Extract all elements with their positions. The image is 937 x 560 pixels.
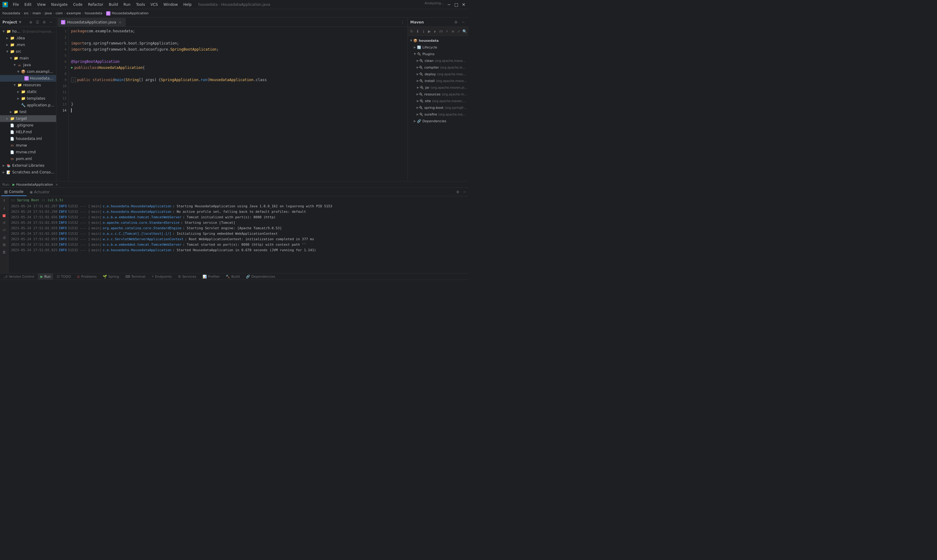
bottom-tab-build[interactable]: 🔨 Build (223, 274, 242, 280)
tree-item-housedataapp[interactable]: C HousedataApplication (0, 75, 56, 82)
tree-item-help-md[interactable]: 📄 HELP.md (0, 129, 56, 135)
tree-item-gitignore[interactable]: 📄 .gitignore (0, 122, 56, 129)
maven-execute[interactable]: ▶ (427, 28, 432, 35)
tree-item-templates[interactable]: ▶ 📁 templates (0, 95, 56, 102)
maven-search[interactable]: 🔍 (462, 28, 467, 35)
tree-item-resources[interactable]: ▼ 📁 resources (0, 82, 56, 88)
menu-navigate[interactable]: Navigate (49, 2, 70, 7)
hide-action[interactable]: ─ (48, 20, 54, 25)
print-tool[interactable]: 🖨 (1, 234, 8, 241)
maven-plugin-install[interactable]: ▶ 🔌 install (org.apache.maven.plugins:ma (408, 77, 468, 84)
breadcrumb-example[interactable]: example (66, 11, 81, 15)
scope-action[interactable]: ⊕ (28, 20, 34, 25)
scroll-up-tool[interactable]: ↑ (1, 197, 8, 204)
maven-plugin-jar[interactable]: ▶ 🔌 jar (org.apache.maven.plugins:ma (408, 84, 468, 91)
bottom-tab-endpoints[interactable]: ⚡ Endpoints (149, 274, 174, 280)
maven-hide[interactable]: ─ (461, 20, 466, 25)
scroll-down-tool[interactable]: ↓ (1, 205, 8, 212)
menu-file[interactable]: File (10, 2, 22, 7)
tree-item-ext-libs[interactable]: ▶ 📚 External Libraries (0, 162, 56, 169)
maven-plugin-compiler[interactable]: ▶ 🔌 compiler (org.apache.maven.plugins:m (408, 64, 468, 71)
maven-refresh[interactable]: ↻ (409, 28, 414, 35)
maven-run[interactable]: ⏵ (433, 28, 438, 35)
bottom-tab-dependencies[interactable]: 🔗 Dependencies (243, 274, 277, 280)
bottom-tab-profiler[interactable]: 📊 Profiler (200, 274, 222, 280)
run-close-button[interactable]: × (55, 183, 58, 186)
maven-profile[interactable]: m (438, 28, 444, 35)
breadcrumb-housedata2[interactable]: housedata (85, 11, 102, 15)
menu-window[interactable]: Window (161, 2, 180, 7)
breadcrumb-src[interactable]: src (24, 11, 29, 15)
tree-item-mvnw[interactable]: m mvnw (0, 142, 56, 149)
maven-plugin-site[interactable]: ▶ 🔌 site (org.apache.maven.plugins:mav (408, 98, 468, 104)
tree-item-housedata-iml[interactable]: 📄 housedata.iml (0, 135, 56, 142)
tree-item-mvn[interactable]: ▶ 📁 .mvn (0, 42, 56, 48)
filter-tool[interactable]: ⊞ (1, 242, 8, 248)
maven-skip[interactable]: ⚡ (444, 28, 450, 35)
menu-vcs[interactable]: VCS (148, 2, 160, 7)
clear-tool[interactable]: 🗑 (1, 249, 8, 255)
menu-code[interactable]: Code (71, 2, 85, 7)
stop-tool[interactable]: ■ (1, 212, 8, 219)
menu-refactor[interactable]: Refactor (85, 2, 106, 7)
tree-item-target[interactable]: ▶ 📁 target (0, 115, 56, 122)
menu-edit[interactable]: Edit (22, 2, 34, 7)
bottom-tab-run[interactable]: ▶ Run (38, 274, 53, 280)
maven-dependencies[interactable]: ▶ 🔗 Dependencies (408, 118, 468, 125)
code-editor[interactable]: 1 2 3 4 5 6 7 8 9 10 11 12 13 14 package… (56, 27, 407, 181)
rerun-tool[interactable]: ↺ (1, 220, 8, 226)
breadcrumb-main[interactable]: main (32, 11, 41, 15)
close-button[interactable]: ✕ (461, 2, 466, 7)
bottom-tab-terminal[interactable]: ⌨ Terminal (123, 274, 148, 280)
tree-item-idea[interactable]: ▶ 📁 .idea (0, 35, 56, 42)
layout-action[interactable]: ☰ (35, 20, 40, 25)
breadcrumb-com[interactable]: com (55, 11, 63, 15)
breadcrumb-class[interactable]: C HousedataApplication (106, 11, 148, 15)
editor-tab-housedataapp[interactable]: J HousedataApplication.java ✕ (58, 18, 126, 26)
menu-tools[interactable]: Tools (134, 2, 148, 7)
tree-item-pom-xml[interactable]: m pom.xml (0, 155, 56, 162)
tree-item-test[interactable]: ▶ 📁 test (0, 109, 56, 115)
tree-item-app-props[interactable]: 🔧 application.properties (0, 102, 56, 109)
console-hide[interactable]: ─ (462, 189, 467, 195)
console-settings[interactable]: ⚙ (455, 189, 461, 195)
console-tab-console[interactable]: ▤ Console (1, 188, 26, 196)
maven-collapse[interactable]: ⤢ (456, 28, 461, 35)
bottom-tab-services[interactable]: ⚙ Services (176, 274, 199, 280)
maven-root[interactable]: ▼ 📦 housedata (408, 37, 468, 44)
maximize-button[interactable]: □ (454, 2, 459, 7)
tab-more-button[interactable]: ⋮ (399, 18, 406, 26)
menu-build[interactable]: Build (106, 2, 120, 7)
tree-item-housedata[interactable]: ▼ 📁 housedata D:/project/myproject/proje… (0, 28, 56, 35)
minimize-button[interactable]: ─ (447, 2, 452, 7)
bottom-tab-version-control[interactable]: ⎇ Version Control (1, 274, 37, 280)
tree-item-static[interactable]: ▶ 📁 static (0, 88, 56, 95)
tab-close-button[interactable]: ✕ (118, 20, 122, 25)
breadcrumb-java[interactable]: java (45, 11, 52, 15)
maven-download[interactable]: ⬇ (415, 28, 420, 35)
tree-item-main[interactable]: ▼ 📁 main (0, 55, 56, 62)
breadcrumb-housedata[interactable]: housedata (2, 11, 20, 15)
code-content[interactable]: package com.example.housedata; import or… (69, 27, 407, 181)
menu-help[interactable]: Help (181, 2, 194, 7)
wrap-tool[interactable]: ⏎ (1, 227, 8, 234)
maven-download-src[interactable]: ↓ (421, 28, 426, 35)
menu-run[interactable]: Run (121, 2, 133, 7)
menu-view[interactable]: View (34, 2, 48, 7)
tree-item-mvnw-cmd[interactable]: 📄 mvnw.cmd (0, 149, 56, 155)
maven-plugins[interactable]: ▼ 🔌 Plugins (408, 51, 468, 57)
maven-plugin-spring-boot[interactable]: ▶ 🔌 spring-boot (org.springframework.boo (408, 104, 468, 111)
bottom-tab-spring[interactable]: 🌱 Spring (100, 274, 122, 280)
tree-item-java[interactable]: ▼ ☕ java (0, 62, 56, 68)
maven-plugin-clean[interactable]: ▶ 🔌 clean (org.apache.maven.plugins:mave (408, 57, 468, 64)
maven-toggle[interactable]: ≡ (450, 28, 455, 35)
tree-item-scratches[interactable]: ▶ 📝 Scratches and Consoles (0, 169, 56, 175)
tree-item-src[interactable]: ▼ 📁 src (0, 48, 56, 55)
maven-lifecycle[interactable]: ▶ 🔄 Lifecycle (408, 44, 468, 51)
bottom-tab-problems[interactable]: ⚠ Problems (74, 274, 99, 280)
maven-settings[interactable]: ⚙ (453, 20, 459, 25)
maven-plugin-deploy[interactable]: ▶ 🔌 deploy (org.apache.maven.plugins:ma (408, 71, 468, 77)
bottom-tab-todo[interactable]: ☑ TODO (54, 274, 73, 280)
settings-action[interactable]: ⚙ (42, 20, 47, 25)
console-tab-actuator[interactable]: ◉ Actuator (26, 188, 53, 196)
